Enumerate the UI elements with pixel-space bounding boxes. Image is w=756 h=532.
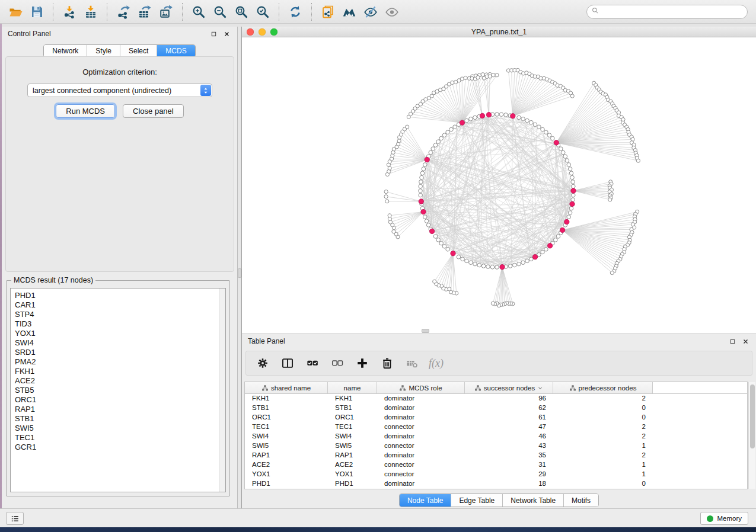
zoom-fit-button[interactable] [232,2,251,21]
deselect-all-rows-button[interactable] [329,355,346,371]
mcds-result-item[interactable]: CAR1 [15,300,225,310]
run-mcds-button[interactable]: Run MCDS [56,104,115,118]
import-table-button[interactable] [81,2,100,21]
cell-name[interactable]: ACE2 [328,460,377,470]
cell-name[interactable]: TEC1 [328,422,377,432]
network-from-selection-button[interactable] [318,2,337,21]
mcds-result-item[interactable]: TID3 [15,319,225,329]
export-network-button[interactable] [114,2,133,21]
table-options-button[interactable] [254,355,271,371]
select-all-rows-button[interactable] [304,355,321,371]
cell-shared-name[interactable]: ORC1 [245,413,328,422]
cell-predecessor-nodes[interactable]: 2 [553,422,653,432]
cell-successor-nodes[interactable]: 31 [465,460,553,470]
cell-predecessor-nodes[interactable]: 1 [553,470,653,479]
refresh-button[interactable] [286,2,305,21]
column-header-predecessor-nodes[interactable]: predecessor nodes [553,382,653,393]
cell-shared-name[interactable]: FKH1 [245,394,328,403]
delete-table-button[interactable] [404,355,420,371]
cell-predecessor-nodes[interactable]: 2 [553,432,653,441]
cell-MCDS-role[interactable]: connector [377,422,465,432]
cell-name[interactable]: SWI5 [328,441,377,451]
cell-MCDS-role[interactable]: dominator [377,451,465,460]
column-header-MCDS-role[interactable]: MCDS role [377,382,465,393]
table-row[interactable]: ACE2ACE2connector311 [245,460,747,470]
tab-select[interactable]: Select [120,45,157,57]
first-neighbors-button[interactable] [340,2,359,21]
save-session-button[interactable] [27,2,46,21]
search-box[interactable] [586,5,748,19]
cell-name[interactable]: YOX1 [328,470,377,479]
table-row[interactable]: STB1STB1dominator620 [245,403,747,413]
tab-style[interactable]: Style [87,45,120,57]
table-scrollbar[interactable] [748,382,755,489]
cell-successor-nodes[interactable]: 96 [465,394,553,403]
zoom-selected-button[interactable] [253,2,272,21]
cell-shared-name[interactable]: YOX1 [245,470,328,479]
table-row[interactable]: ORC1ORC1dominator610 [245,413,747,422]
tab-motifs[interactable]: Motifs [564,494,598,507]
cell-shared-name[interactable]: PHD1 [245,479,328,489]
cell-successor-nodes[interactable]: 47 [465,422,553,432]
cell-MCDS-role[interactable]: dominator [377,403,465,413]
float-panel-button[interactable] [209,29,218,39]
network-graph-canvas[interactable] [242,37,756,334]
mcds-result-item[interactable]: STB1 [15,414,225,424]
mcds-result-item[interactable]: TEC1 [15,433,225,443]
column-header-name[interactable]: name [328,382,377,393]
mcds-result-item[interactable]: SWI4 [15,338,225,348]
export-image-button[interactable] [157,2,176,21]
tab-network[interactable]: Network [44,45,87,57]
close-mcds-button[interactable]: Close panel [123,104,184,118]
cell-name[interactable]: ORC1 [328,413,377,422]
column-header-successor-nodes[interactable]: successor nodes [465,382,553,393]
cell-predecessor-nodes[interactable]: 1 [553,441,653,451]
add-column-button[interactable] [354,355,371,371]
cell-MCDS-role[interactable]: dominator [377,413,465,422]
mcds-result-item[interactable]: GCR1 [15,443,225,452]
cell-shared-name[interactable]: STB1 [245,403,328,413]
show-all-button[interactable] [382,2,401,21]
split-column-button[interactable] [279,355,296,371]
cell-shared-name[interactable]: RAP1 [245,451,328,460]
tab-network-table[interactable]: Network Table [503,494,564,507]
table-row[interactable]: RAP1RAP1dominator352 [245,451,747,460]
close-panel-button[interactable] [741,336,750,346]
tab-mcds[interactable]: MCDS [157,45,194,57]
import-network-button[interactable] [60,2,79,21]
tab-node-table[interactable]: Node Table [400,494,452,507]
cell-name[interactable]: RAP1 [328,451,377,460]
search-input[interactable] [599,7,747,17]
cell-shared-name[interactable]: SWI4 [245,432,328,441]
table-row[interactable]: TEC1TEC1connector472 [245,422,747,432]
mcds-result-item[interactable]: ORC1 [15,395,225,405]
mcds-result-item[interactable]: ACE2 [15,376,225,386]
cell-predecessor-nodes[interactable]: 0 [553,413,653,422]
cell-successor-nodes[interactable]: 29 [465,470,553,479]
memory-button[interactable]: Memory [700,512,748,525]
zoom-out-button[interactable] [210,2,229,21]
table-row[interactable]: FKH1FKH1dominator962 [245,394,747,403]
cell-successor-nodes[interactable]: 43 [465,441,553,451]
cell-predecessor-nodes[interactable]: 0 [553,403,653,413]
mcds-result-item[interactable]: SWI5 [15,424,225,433]
mcds-result-item[interactable]: STB5 [15,386,225,395]
close-panel-button[interactable] [222,29,231,39]
table-row[interactable]: YOX1YOX1connector291 [245,470,747,479]
horizontal-splitter-grip[interactable] [422,329,429,333]
cell-MCDS-role[interactable]: connector [377,470,465,479]
mcds-result-item[interactable]: STP4 [15,310,225,319]
panel-list-button[interactable] [6,512,24,525]
mcds-result-item[interactable]: PHD1 [15,291,225,300]
cell-shared-name[interactable]: ACE2 [245,460,328,470]
cell-successor-nodes[interactable]: 35 [465,451,553,460]
mcds-result-item[interactable]: SRD1 [15,348,225,357]
function-builder-button[interactable]: f(x) [429,357,444,370]
table-scrollbar-thumb[interactable] [750,384,755,448]
cell-successor-nodes[interactable]: 18 [465,479,553,489]
float-panel-button[interactable] [728,336,737,346]
cell-MCDS-role[interactable]: dominator [377,394,465,403]
table-row[interactable]: SWI5SWI5connector431 [245,441,747,451]
cell-MCDS-role[interactable]: connector [377,460,465,470]
criterion-dropdown[interactable]: largest connected component (undirected) [27,84,212,97]
